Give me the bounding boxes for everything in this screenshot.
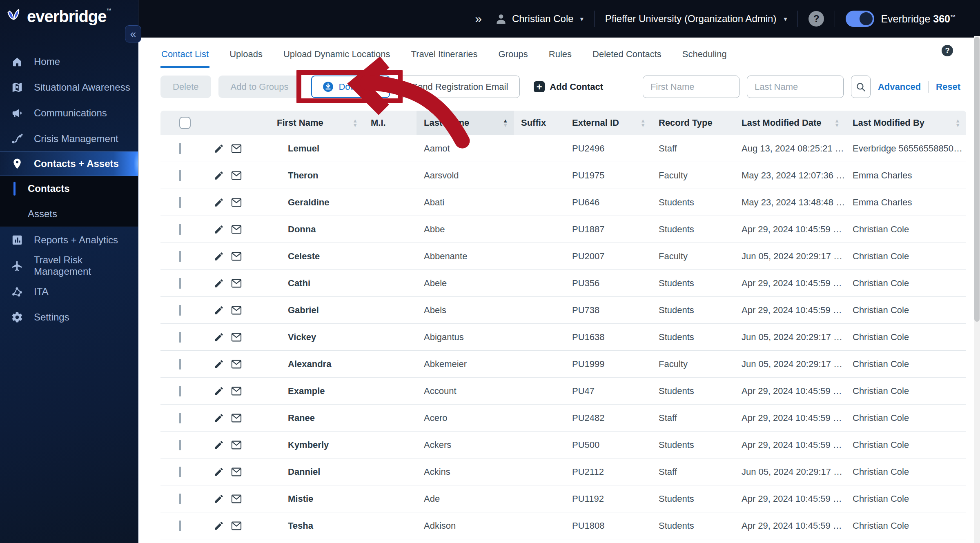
- edit-pencil-icon[interactable]: [214, 170, 224, 181]
- table-row[interactable]: Alexandra Abkemeier PU1999 Faculty Jun 0…: [160, 351, 966, 378]
- row-checkbox[interactable]: [179, 197, 181, 208]
- organization-menu[interactable]: Pfieffer University (Organization Admin)…: [605, 13, 787, 24]
- column-header-external-id[interactable]: External ID ▲▼: [565, 111, 651, 135]
- sort-icons[interactable]: ▲▼: [640, 118, 646, 127]
- help-icon[interactable]: ?: [942, 45, 953, 56]
- email-envelope-icon[interactable]: [231, 251, 242, 262]
- edit-pencil-icon[interactable]: [214, 197, 224, 208]
- sidebar-item-communications[interactable]: Communications: [0, 100, 138, 126]
- row-checkbox[interactable]: [179, 143, 181, 154]
- row-checkbox[interactable]: [179, 413, 181, 423]
- table-row[interactable]: Mistie Ade PU1192 Students Apr 29, 2024 …: [160, 485, 966, 512]
- edit-pencil-icon[interactable]: [214, 440, 224, 450]
- sidebar-item-travel-risk[interactable]: Travel Risk Management: [0, 253, 138, 278]
- row-checkbox[interactable]: [179, 386, 181, 396]
- row-checkbox[interactable]: [179, 494, 181, 504]
- sidebar-item-home[interactable]: Home: [0, 49, 138, 74]
- sort-icons[interactable]: ▲▼: [955, 118, 960, 127]
- row-checkbox[interactable]: [179, 278, 181, 289]
- first-name-search-input[interactable]: [643, 76, 739, 98]
- column-header-first-name[interactable]: First Name ▲▼: [270, 111, 363, 135]
- sidebar-item-reports-analytics[interactable]: Reports + Analytics: [0, 227, 138, 253]
- sort-icons[interactable]: ▲▼: [503, 118, 508, 127]
- everbridge-360-toggle[interactable]: [846, 11, 874, 27]
- table-row[interactable]: Lemuel Aamot PU2496 Staff Aug 13, 2024 0…: [160, 135, 966, 162]
- table-row[interactable]: Danniel Ackins PU2112 Staff Jun 05, 2024…: [160, 458, 966, 485]
- edit-pencil-icon[interactable]: [214, 413, 224, 423]
- row-checkbox[interactable]: [179, 521, 181, 531]
- column-header-last-name[interactable]: Last Name ▲▼: [416, 111, 514, 135]
- table-row[interactable]: Donna Abbe PU1887 Students Apr 29, 2024 …: [160, 216, 966, 243]
- edit-pencil-icon[interactable]: [214, 251, 224, 262]
- tab-upload-dynamic-locations[interactable]: Upload Dynamic Locations: [283, 43, 391, 68]
- sidebar-item-ita[interactable]: ITA: [0, 278, 138, 304]
- delete-button[interactable]: Delete: [160, 76, 211, 98]
- email-envelope-icon[interactable]: [231, 305, 242, 316]
- row-checkbox[interactable]: [179, 359, 181, 369]
- sidebar-item-settings[interactable]: Settings: [0, 304, 138, 330]
- email-envelope-icon[interactable]: [231, 197, 242, 208]
- email-envelope-icon[interactable]: [231, 170, 242, 181]
- tab-rules[interactable]: Rules: [548, 43, 572, 68]
- edit-pencil-icon[interactable]: [214, 467, 224, 477]
- reset-link[interactable]: Reset: [936, 82, 960, 92]
- edit-pencil-icon[interactable]: [214, 359, 224, 369]
- advanced-search-link[interactable]: Advanced: [878, 82, 921, 92]
- row-checkbox[interactable]: [179, 305, 181, 316]
- vertical-scrollbar[interactable]: [974, 36, 980, 543]
- edit-pencil-icon[interactable]: [214, 521, 224, 531]
- row-checkbox[interactable]: [179, 440, 181, 450]
- email-envelope-icon[interactable]: [231, 386, 242, 396]
- edit-pencil-icon[interactable]: [214, 332, 224, 343]
- add-to-groups-button[interactable]: Add to Groups: [218, 76, 301, 98]
- row-checkbox[interactable]: [179, 251, 181, 262]
- tab-uploads[interactable]: Uploads: [229, 43, 263, 68]
- tab-scheduling[interactable]: Scheduling: [682, 43, 728, 68]
- email-envelope-icon[interactable]: [231, 413, 242, 423]
- sort-icons[interactable]: ▲▼: [352, 118, 358, 127]
- table-row[interactable]: Ranee Acero PU2482 Staff Apr 29, 2024 10…: [160, 405, 966, 432]
- sidebar-item-contacts[interactable]: Contacts: [0, 176, 138, 201]
- tab-travel-itineraries[interactable]: Travel Itineraries: [410, 43, 479, 68]
- column-header-last-modified-date[interactable]: Last Modified Date ▲▼: [734, 111, 845, 135]
- email-envelope-icon[interactable]: [231, 224, 242, 235]
- send-registration-email-button[interactable]: Send Registration Email: [400, 76, 520, 98]
- edit-pencil-icon[interactable]: [214, 224, 224, 235]
- table-row[interactable]: Example Account PU47 Students Apr 29, 20…: [160, 378, 966, 405]
- sort-icons[interactable]: ▲▼: [834, 118, 840, 127]
- table-row[interactable]: Celeste Abbenante PU2007 Faculty Jun 05,…: [160, 243, 966, 270]
- row-checkbox[interactable]: [179, 467, 181, 477]
- edit-pencil-icon[interactable]: [214, 305, 224, 316]
- tab-groups[interactable]: Groups: [498, 43, 529, 68]
- search-button[interactable]: [851, 76, 871, 98]
- table-row[interactable]: Geraldine Abati PU646 Students May 23, 2…: [160, 189, 966, 216]
- sidebar-collapse-button[interactable]: «: [125, 25, 141, 42]
- email-envelope-icon[interactable]: [231, 278, 242, 289]
- add-contact-button[interactable]: + Add Contact: [530, 76, 606, 98]
- edit-pencil-icon[interactable]: [214, 143, 224, 154]
- sidebar-item-crisis-management[interactable]: Crisis Management: [0, 126, 138, 151]
- edit-pencil-icon[interactable]: [214, 278, 224, 289]
- email-envelope-icon[interactable]: [231, 467, 242, 477]
- user-menu[interactable]: Christian Cole ▾: [495, 13, 584, 25]
- edit-pencil-icon[interactable]: [214, 494, 224, 504]
- row-checkbox[interactable]: [179, 224, 181, 235]
- column-header-last-modified-by[interactable]: Last Modified By ▲▼: [845, 111, 966, 135]
- table-row[interactable]: Tesha Adkison PU1808 Students Apr 29, 20…: [160, 512, 966, 539]
- row-checkbox[interactable]: [179, 332, 181, 343]
- row-checkbox[interactable]: [179, 170, 181, 181]
- email-envelope-icon[interactable]: [231, 359, 242, 369]
- email-envelope-icon[interactable]: [231, 494, 242, 504]
- table-row[interactable]: Kymberly Ackers PU500 Students Apr 29, 2…: [160, 432, 966, 458]
- email-envelope-icon[interactable]: [231, 440, 242, 450]
- expand-panel-icon[interactable]: »: [475, 12, 482, 26]
- table-row[interactable]: Theron Aarsvold PU1975 Faculty May 23, 2…: [160, 162, 966, 189]
- table-row[interactable]: Vickey Abigantus PU1638 Students Jun 05,…: [160, 324, 966, 351]
- download-button[interactable]: Download: [311, 76, 390, 98]
- email-envelope-icon[interactable]: [231, 143, 242, 154]
- tab-deleted-contacts[interactable]: Deleted Contacts: [592, 43, 662, 68]
- sidebar-item-situational-awareness[interactable]: Situational Awareness: [0, 74, 138, 100]
- table-row[interactable]: Gabriel Abels PU738 Students Apr 29, 202…: [160, 297, 966, 324]
- sidebar-item-assets[interactable]: Assets: [0, 201, 138, 227]
- email-envelope-icon[interactable]: [231, 521, 242, 531]
